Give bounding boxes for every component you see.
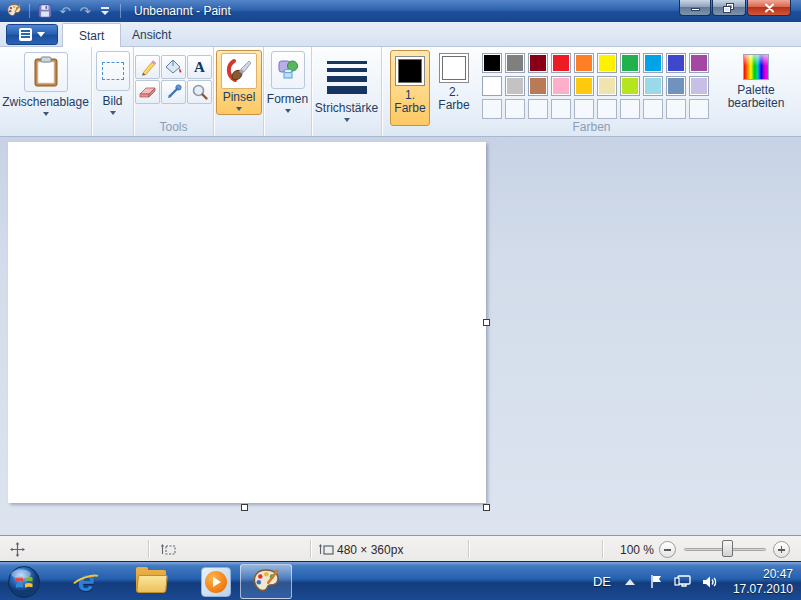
color1-button[interactable]: 1. Farbe [390, 50, 430, 126]
palette-swatch[interactable] [574, 76, 594, 96]
show-hidden-icons-button[interactable] [625, 579, 635, 585]
palette-swatch[interactable] [597, 53, 617, 73]
canvas-resize-handle-bottom[interactable] [241, 504, 248, 511]
zoom-in-button[interactable] [773, 541, 790, 558]
clipboard-button[interactable]: Zwischenablage [0, 47, 91, 116]
application-menu-button[interactable] [6, 24, 58, 45]
volume-button[interactable] [702, 575, 718, 589]
palette-swatch-empty[interactable] [643, 99, 663, 119]
color2-label: 2. Farbe [436, 86, 472, 112]
stroke-width-label: Strichstärke [315, 102, 378, 115]
clock-time: 20:47 [733, 567, 793, 582]
magnifier-tool-button[interactable] [187, 80, 212, 104]
palette-swatch-empty[interactable] [666, 99, 686, 119]
image-label: Bild [102, 95, 122, 108]
restore-button[interactable] [712, 0, 746, 16]
stroke-width-button[interactable]: Strichstärke [312, 47, 381, 122]
palette-swatch[interactable] [666, 53, 686, 73]
tab-ansicht[interactable]: Ansicht [116, 23, 187, 47]
minimize-icon [691, 8, 700, 11]
folder-icon [136, 570, 168, 594]
zoom-out-button[interactable] [659, 541, 676, 558]
language-indicator[interactable]: DE [593, 574, 611, 589]
canvas-resize-handle-corner[interactable] [483, 504, 490, 511]
taskbar-paint-active[interactable] [240, 564, 292, 599]
minimize-button[interactable] [679, 0, 711, 16]
palette-swatch[interactable] [528, 53, 548, 73]
palette-swatch[interactable] [574, 53, 594, 73]
window-controls [678, 0, 791, 16]
palette-swatch[interactable] [643, 53, 663, 73]
palette-swatch[interactable] [666, 76, 686, 96]
zoom-slider-thumb[interactable] [722, 540, 733, 557]
status-divider [602, 540, 603, 558]
taskbar: e DE [0, 561, 801, 600]
color-picker-icon [165, 83, 183, 101]
color2-swatch [442, 56, 466, 80]
clipboard-group: Zwischenablage [0, 47, 92, 136]
paint-app-icon[interactable] [4, 2, 24, 20]
redo-button[interactable]: ↷ [75, 2, 95, 20]
image-group: Bild [92, 47, 134, 136]
chevron-down-icon [236, 107, 242, 111]
palette-swatch-empty[interactable] [620, 99, 640, 119]
palette-swatch-empty[interactable] [597, 99, 617, 119]
palette-swatch-empty[interactable] [551, 99, 571, 119]
palette-swatch[interactable] [551, 76, 571, 96]
clock[interactable]: 20:47 17.07.2010 [733, 567, 793, 597]
save-icon [38, 4, 52, 18]
palette-swatch[interactable] [597, 76, 617, 96]
tab-start[interactable]: Start [62, 23, 121, 47]
network-button[interactable] [674, 574, 691, 589]
paint-palette-icon [251, 567, 281, 597]
palette-swatch[interactable] [482, 53, 502, 73]
close-icon [764, 3, 775, 13]
close-button[interactable] [747, 0, 791, 16]
customize-qat-button[interactable] [95, 2, 115, 20]
palette-swatch-empty[interactable] [689, 99, 709, 119]
palette-swatch[interactable] [551, 53, 571, 73]
menu-icon [19, 28, 32, 41]
fill-tool-button[interactable] [161, 55, 186, 79]
canvas-resize-handle-right[interactable] [483, 319, 490, 326]
palette-swatch-empty[interactable] [482, 99, 502, 119]
ribbon: Zwischenablage Bild [0, 47, 801, 137]
taskbar-internet-explorer[interactable]: e [66, 564, 110, 599]
palette-swatch[interactable] [620, 53, 640, 73]
paint-palette-icon [6, 3, 22, 19]
undo-icon: ↶ [60, 5, 71, 18]
selection-size-icon [160, 542, 176, 557]
text-tool-button[interactable]: A [187, 55, 212, 79]
palette-swatch[interactable] [689, 76, 709, 96]
chevron-down-icon [344, 118, 350, 122]
drawing-canvas[interactable] [8, 142, 486, 503]
shapes-button[interactable]: Formen [264, 47, 311, 113]
undo-button[interactable]: ↶ [55, 2, 75, 20]
palette-swatch[interactable] [505, 53, 525, 73]
palette-swatch[interactable] [505, 76, 525, 96]
palette-swatch[interactable] [689, 53, 709, 73]
brush-button[interactable]: Pinsel [216, 50, 262, 115]
magnifier-icon [191, 83, 209, 101]
line-width-icon [327, 61, 367, 94]
color-picker-tool-button[interactable] [161, 80, 186, 104]
rainbow-palette-icon [743, 54, 769, 80]
internet-explorer-icon: e [71, 567, 105, 597]
shapes-group: Formen [264, 47, 312, 136]
palette-swatch[interactable] [482, 76, 502, 96]
image-button[interactable]: Bild [92, 47, 133, 115]
palette-swatch[interactable] [620, 76, 640, 96]
eraser-tool-button[interactable] [135, 80, 160, 104]
palette-swatch[interactable] [643, 76, 663, 96]
palette-swatch-empty[interactable] [505, 99, 525, 119]
system-tray: DE 20:47 17.07.2010 [593, 562, 801, 600]
save-button[interactable] [35, 2, 55, 20]
taskbar-media-player[interactable] [194, 564, 238, 599]
pencil-tool-button[interactable] [135, 55, 160, 79]
start-button[interactable] [2, 564, 46, 599]
palette-swatch[interactable] [528, 76, 548, 96]
palette-swatch-empty[interactable] [528, 99, 548, 119]
palette-swatch-empty[interactable] [574, 99, 594, 119]
action-center-button[interactable] [649, 574, 663, 589]
taskbar-windows-explorer[interactable] [130, 564, 174, 599]
